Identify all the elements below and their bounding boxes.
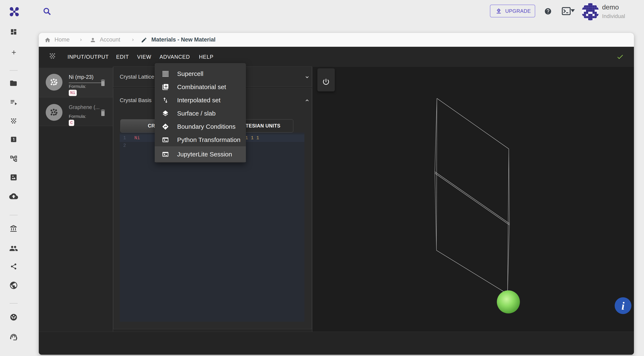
svg-text:i: i bbox=[622, 300, 625, 312]
